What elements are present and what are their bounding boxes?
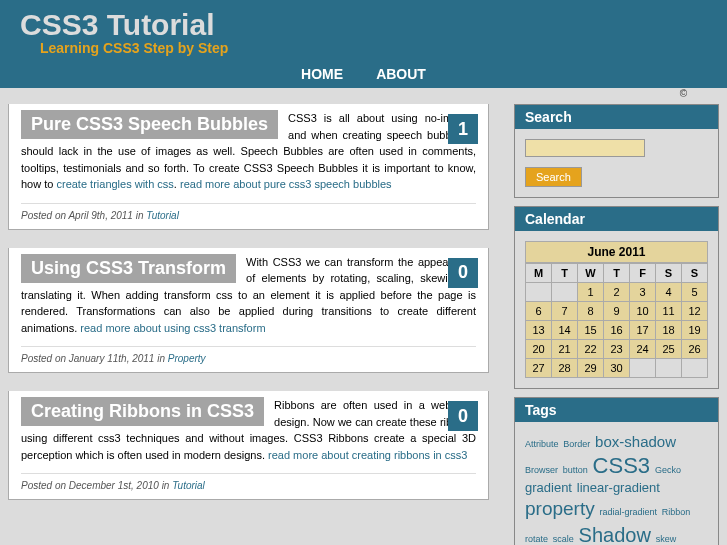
main-nav: HOME ABOUT — [20, 56, 707, 88]
post-title[interactable]: Using CSS3 Transform — [21, 254, 236, 283]
calendar-cell[interactable]: 9 — [604, 302, 630, 321]
post: 0Using CSS3 TransformWith CSS3 we can tr… — [8, 248, 489, 374]
calendar-cell[interactable]: 6 — [526, 302, 552, 321]
tag-link[interactable]: button — [563, 465, 588, 475]
tag-link[interactable]: rotate — [525, 534, 548, 544]
calendar-day-header: S — [682, 264, 708, 283]
post: 0Creating Ribbons in CSS3Ribbons are oft… — [8, 391, 489, 500]
read-more-link[interactable]: read more about pure css3 speech bubbles — [180, 178, 392, 190]
tag-link[interactable]: Ribbon — [662, 507, 691, 517]
tag-link[interactable]: Border — [563, 439, 590, 449]
read-more-link[interactable]: read more about using css3 transform — [80, 322, 265, 334]
category-link[interactable]: Tutorial — [146, 210, 179, 221]
post-link[interactable]: create triangles with css — [56, 178, 173, 190]
calendar-cell[interactable]: 5 — [682, 283, 708, 302]
header: CSS3 Tutorial Learning CSS3 Step by Step… — [0, 0, 727, 88]
calendar-cell[interactable]: 20 — [526, 340, 552, 359]
tag-link[interactable]: property — [525, 498, 595, 519]
comment-count-badge[interactable]: 0 — [448, 401, 478, 431]
calendar-cell[interactable]: 17 — [630, 321, 656, 340]
site-title: CSS3 Tutorial — [20, 8, 707, 42]
calendar-cell[interactable]: 13 — [526, 321, 552, 340]
calendar-day-header: T — [604, 264, 630, 283]
sidebar: Search Search Calendar June 2011 MTWTFSS… — [514, 104, 719, 545]
calendar-cell[interactable]: 12 — [682, 302, 708, 321]
copyright: © — [0, 88, 727, 98]
tag-link[interactable]: Shadow — [579, 524, 651, 545]
calendar-widget: Calendar June 2011 MTWTFSS 1234567891011… — [514, 206, 719, 389]
calendar-cell[interactable]: 4 — [656, 283, 682, 302]
calendar-day-header: F — [630, 264, 656, 283]
nav-home[interactable]: HOME — [301, 66, 343, 82]
post-title[interactable]: Pure CSS3 Speech Bubbles — [21, 110, 278, 139]
post-meta: Posted on December 1st, 2010 in Tutorial — [21, 473, 476, 491]
search-button[interactable]: Search — [525, 167, 582, 187]
post: 1Pure CSS3 Speech BubblesCSS3 is all abo… — [8, 104, 489, 230]
post-title[interactable]: Creating Ribbons in CSS3 — [21, 397, 264, 426]
tag-link[interactable]: gradient — [525, 480, 572, 495]
calendar-cell[interactable]: 10 — [630, 302, 656, 321]
post-meta: Posted on April 9th, 2011 in Tutorial — [21, 203, 476, 221]
calendar-cell[interactable]: 7 — [552, 302, 578, 321]
tag-link[interactable]: skew — [656, 534, 677, 544]
calendar-cell — [552, 283, 578, 302]
calendar-cell — [656, 359, 682, 378]
calendar-cell[interactable]: 29 — [578, 359, 604, 378]
category-link[interactable]: Property — [168, 353, 206, 364]
content-column: 1Pure CSS3 Speech BubblesCSS3 is all abo… — [8, 104, 489, 545]
tag-cloud: Attribute Border box-shadow Browser butt… — [515, 422, 718, 545]
read-more-link[interactable]: read more about creating ribbons in css3 — [268, 449, 467, 461]
comment-count-badge[interactable]: 1 — [448, 114, 478, 144]
calendar-cell[interactable]: 21 — [552, 340, 578, 359]
search-widget: Search Search — [514, 104, 719, 198]
comment-count-badge[interactable]: 0 — [448, 258, 478, 288]
search-title: Search — [515, 105, 718, 129]
tag-link[interactable]: Attribute — [525, 439, 559, 449]
search-input[interactable] — [525, 139, 645, 157]
calendar-cell — [526, 283, 552, 302]
tag-link[interactable]: radial-gradient — [599, 507, 657, 517]
calendar-cell[interactable]: 3 — [630, 283, 656, 302]
calendar-day-header: T — [552, 264, 578, 283]
calendar-cell — [630, 359, 656, 378]
post-meta: Posted on January 11th, 2011 in Property — [21, 346, 476, 364]
calendar-cell[interactable]: 15 — [578, 321, 604, 340]
tag-link[interactable]: scale — [553, 534, 574, 544]
tags-widget: Tags Attribute Border box-shadow Browser… — [514, 397, 719, 545]
calendar-day-header: M — [526, 264, 552, 283]
nav-about[interactable]: ABOUT — [376, 66, 426, 82]
calendar-title: Calendar — [515, 207, 718, 231]
tag-link[interactable]: Gecko — [655, 465, 681, 475]
calendar-cell[interactable]: 16 — [604, 321, 630, 340]
calendar-day-header: W — [578, 264, 604, 283]
calendar-cell[interactable]: 2 — [604, 283, 630, 302]
calendar-cell[interactable]: 28 — [552, 359, 578, 378]
calendar-cell[interactable]: 1 — [578, 283, 604, 302]
tag-link[interactable]: box-shadow — [595, 433, 676, 450]
calendar-cell[interactable]: 25 — [656, 340, 682, 359]
category-link[interactable]: Tutorial — [172, 480, 205, 491]
calendar-cell[interactable]: 14 — [552, 321, 578, 340]
calendar-cell[interactable]: 26 — [682, 340, 708, 359]
calendar-cell[interactable]: 11 — [656, 302, 682, 321]
tags-title: Tags — [515, 398, 718, 422]
tagline: Learning CSS3 Step by Step — [40, 40, 707, 56]
calendar-table: June 2011 MTWTFSS 1234567891011121314151… — [525, 241, 708, 378]
calendar-cell[interactable]: 22 — [578, 340, 604, 359]
calendar-caption: June 2011 — [525, 241, 708, 263]
calendar-cell[interactable]: 19 — [682, 321, 708, 340]
calendar-cell[interactable]: 27 — [526, 359, 552, 378]
calendar-cell[interactable]: 8 — [578, 302, 604, 321]
calendar-cell[interactable]: 18 — [656, 321, 682, 340]
calendar-cell — [682, 359, 708, 378]
tag-link[interactable]: CSS3 — [593, 453, 650, 478]
tag-link[interactable]: linear-gradient — [577, 480, 660, 495]
calendar-cell[interactable]: 30 — [604, 359, 630, 378]
tag-link[interactable]: Browser — [525, 465, 558, 475]
calendar-cell[interactable]: 23 — [604, 340, 630, 359]
calendar-cell[interactable]: 24 — [630, 340, 656, 359]
calendar-day-header: S — [656, 264, 682, 283]
